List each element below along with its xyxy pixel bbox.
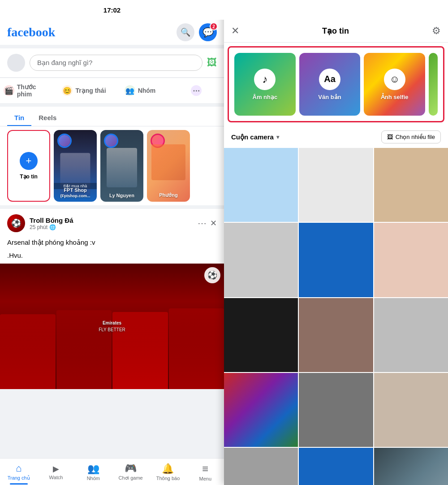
photo-grid	[224, 148, 448, 485]
photo-cell-2[interactable]	[299, 148, 373, 222]
nav-home[interactable]: ⌂ Trang chủ	[0, 461, 37, 483]
status-action-label: Trạng thái	[75, 87, 106, 94]
bottom-nav: ⌂ Trang chủ ▶ Watch 👥 Nhóm 🎮 Chơi game 🔔…	[0, 458, 224, 485]
right-panel: 17:02 ▐▐▐ WiFi 🔋 ✕ Tạo tin ⚙ ♪ Âm nhạc A…	[224, 0, 448, 485]
post-card: ⚽ Troll Bóng Đá 25 phút 🌐 ⋯ ✕ Arsenal th…	[0, 209, 224, 389]
camera-roll-label: Cuộn camera	[231, 133, 274, 141]
photo-cell-12[interactable]	[374, 373, 448, 447]
stories-row: + Tạo tin Đặt mua nhà FPT Shop(Fptshop.c…	[0, 130, 224, 202]
more-icon: ⋯	[191, 85, 202, 96]
search-button[interactable]: 🔍	[177, 23, 194, 41]
post-text-2: .Hvu.	[7, 251, 217, 260]
status-action-button[interactable]: 😊 Trạng thái	[56, 80, 112, 101]
story-option-text[interactable]: Aa Văn bản	[299, 53, 361, 116]
post-more-button[interactable]: ⋯	[198, 218, 207, 229]
tab-tin[interactable]: Tin	[7, 110, 31, 126]
facebook-logo: facebook	[7, 25, 55, 39]
photo-cell-9[interactable]	[374, 298, 448, 372]
photo-cell-8[interactable]	[299, 298, 373, 372]
post-text-1: Arsenal thật phóng khoảng :v	[7, 238, 217, 247]
video-icon: 🎬	[4, 85, 14, 96]
story-person-ly	[107, 148, 137, 187]
camera-roll-button[interactable]: Cuộn camera ▾	[231, 133, 279, 141]
stories-section: Tin Reels + Tạo tin Đặt mua nhà FPT Shop…	[0, 107, 224, 205]
photo-post-icon[interactable]: 🖼	[207, 57, 217, 69]
music-icon: ♪	[254, 69, 276, 90]
story-card-phuong[interactable]: Phướng	[147, 130, 190, 202]
photo-cell-13[interactable]	[224, 448, 298, 485]
fb-header: facebook 🔍 💬 2	[0, 20, 224, 45]
text-label: Văn bản	[318, 94, 341, 100]
notifications-label: Thông báo	[156, 476, 180, 481]
arsenal-photo-bg: ⚽ Emirates FLY BETTER	[0, 264, 224, 389]
nav-gaming[interactable]: 🎮 Chơi game	[112, 461, 149, 483]
group-icon: 👥	[125, 85, 135, 96]
gaming-icon: 🎮	[125, 463, 137, 474]
post-info: Troll Bóng Đá 25 phút 🌐	[30, 217, 193, 230]
group-action-button[interactable]: 👥 Nhóm	[112, 80, 168, 101]
photo-cell-4[interactable]	[224, 223, 298, 297]
header-icons: 🔍 💬 2	[177, 23, 217, 41]
post-close-button[interactable]: ✕	[210, 218, 217, 228]
create-story-icon: +	[20, 152, 38, 170]
text-icon: Aa	[319, 69, 340, 90]
story-close-button[interactable]: ✕	[231, 25, 239, 37]
post-input[interactable]: Bạn đang nghĩ gì?	[30, 55, 202, 71]
status-icon: 😊	[62, 85, 73, 96]
nav-menu[interactable]: ≡ Menu	[187, 461, 224, 483]
post-actions-top: ⋯ ✕	[198, 218, 217, 229]
story-card-fpt[interactable]: Đặt mua nhà FPT Shop(Fptshop.com...	[54, 130, 97, 202]
story-name-phuong: Phướng	[147, 192, 190, 198]
messenger-button[interactable]: 💬 2	[199, 23, 217, 41]
tab-reels[interactable]: Reels	[31, 110, 64, 126]
photo-cell-7[interactable]	[224, 298, 298, 372]
nav-notifications[interactable]: 🔔 Thông báo	[149, 461, 186, 483]
jersey-texts: Emirates FLY BETTER	[99, 320, 125, 332]
music-label: Âm nhạc	[253, 94, 278, 100]
arsenal-badge: ⚽	[204, 267, 220, 283]
story-card-ly[interactable]: Ly Nguyen	[100, 130, 143, 202]
chevron-icon: ▾	[276, 134, 279, 140]
menu-label: Menu	[199, 476, 212, 481]
nav-groups[interactable]: 👥 Nhóm	[75, 461, 112, 483]
post-content: Arsenal thật phóng khoảng :v .Hvu.	[0, 238, 224, 264]
watch-icon: ▶	[53, 464, 59, 474]
post-image: ⚽ Emirates FLY BETTER	[0, 264, 224, 389]
story-option-music[interactable]: ♪ Âm nhạc	[234, 53, 296, 116]
story-avatar-fpt	[57, 134, 72, 148]
story-option-green[interactable]	[429, 53, 438, 116]
post-header: ⚽ Troll Bóng Đá 25 phút 🌐 ⋯ ✕	[0, 209, 224, 238]
story-option-selfie[interactable]: ☺ Ảnh selfie	[364, 53, 425, 116]
photo-cell-11[interactable]	[299, 373, 373, 447]
video-action-button[interactable]: 🎬 Thước phim	[0, 80, 56, 101]
photo-cell-15[interactable]	[374, 448, 448, 485]
create-story-card[interactable]: + Tạo tin	[7, 130, 50, 202]
players-row	[0, 301, 224, 389]
post-box: Bạn đang nghĩ gì? 🖼	[0, 48, 224, 77]
nav-watch[interactable]: ▶ Watch	[37, 462, 74, 482]
select-files-label: Chọn nhiều file	[396, 134, 435, 140]
story-settings-button[interactable]: ⚙	[432, 25, 441, 37]
more-action-button[interactable]: ⋯	[168, 80, 224, 101]
post-meta: 25 phút 🌐	[30, 224, 193, 230]
select-files-icon: 🖼	[387, 134, 393, 140]
photo-cell-6[interactable]	[374, 223, 448, 297]
messenger-badge: 2	[210, 22, 218, 30]
story-content-phuong	[151, 144, 186, 180]
story-name-fpt: FPT Shop(Fptshop.com...	[54, 187, 97, 198]
search-icon: 🔍	[181, 27, 190, 37]
notifications-icon: 🔔	[162, 463, 174, 475]
photo-cell-1[interactable]	[224, 148, 298, 222]
gaming-label: Chơi game	[119, 475, 143, 481]
menu-icon: ≡	[202, 463, 208, 475]
photo-cell-5[interactable]	[299, 223, 373, 297]
post-avatar: ⚽	[7, 214, 25, 232]
status-time: 17:02	[103, 6, 121, 14]
select-files-button[interactable]: 🖼 Chọn nhiều file	[381, 130, 441, 143]
photo-cell-3[interactable]	[374, 148, 448, 222]
photo-cell-10[interactable]	[224, 373, 298, 447]
photo-cell-14[interactable]	[299, 448, 373, 485]
home-icon: ⌂	[16, 463, 22, 474]
story-title: Tạo tin	[239, 26, 432, 36]
player-1	[0, 314, 56, 389]
